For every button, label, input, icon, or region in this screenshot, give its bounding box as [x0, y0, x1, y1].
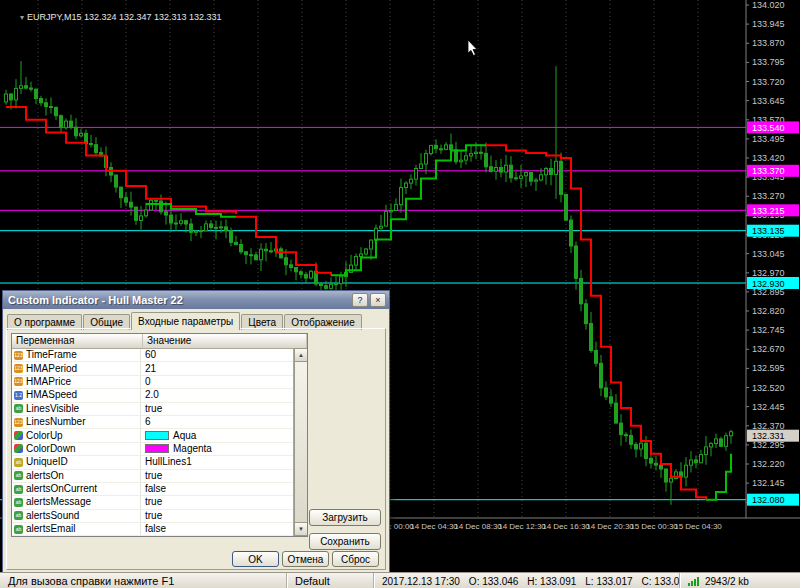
- param-value: false: [145, 483, 166, 495]
- mouse-cursor: [468, 40, 477, 56]
- param-row-linesvisible[interactable]: abLinesVisibletrue: [12, 403, 307, 416]
- dialog-title: Custom Indicator - Hull Master 22: [3, 294, 352, 306]
- param-row-alertsemail[interactable]: abalertsEmailfalse: [12, 523, 307, 536]
- load-button[interactable]: Загрузить: [309, 509, 381, 526]
- svg-text:132.670: 132.670: [752, 344, 785, 354]
- param-value: true: [145, 470, 162, 482]
- param-value: Magenta: [173, 443, 212, 455]
- param-row-linesnumber[interactable]: 123LinesNumber6: [12, 416, 307, 429]
- save-button[interactable]: Сохранить: [309, 533, 381, 550]
- svg-text:132.445: 132.445: [752, 402, 785, 412]
- svg-text:132.220: 132.220: [752, 459, 785, 469]
- svg-text:132.595: 132.595: [752, 363, 785, 373]
- int-param-icon: 123: [14, 377, 23, 386]
- param-name: alertsSound: [26, 510, 79, 522]
- int-param-icon: 123: [14, 418, 23, 427]
- bool-param-icon: ab: [14, 471, 23, 480]
- svg-text:133.945: 133.945: [752, 19, 785, 29]
- param-value: false: [145, 523, 166, 535]
- column-header-variable[interactable]: Переменная: [12, 334, 143, 348]
- svg-text:133.645: 133.645: [752, 96, 785, 106]
- scrollbar-thumb[interactable]: [294, 361, 308, 523]
- svg-text:133.795: 133.795: [752, 57, 785, 67]
- bool-param-icon: ab: [14, 404, 23, 413]
- param-row-hmaperiod[interactable]: 123HMAPeriod21: [12, 362, 307, 375]
- param-row-uniqueid[interactable]: abUniqueIDHullLines1: [12, 456, 307, 469]
- param-row-hmaprice[interactable]: 123HMAPrice0: [12, 376, 307, 389]
- svg-text:132.370: 132.370: [752, 421, 785, 431]
- ok-button[interactable]: OK: [232, 551, 279, 567]
- int-param-icon: 123: [14, 351, 23, 360]
- param-row-alertsoncurrent[interactable]: abalertsOnCurrentfalse: [12, 483, 307, 496]
- quote-time: 2017.12.13 17:30: [382, 576, 460, 587]
- param-row-colorup[interactable]: ColorUpAqua: [12, 429, 307, 442]
- svg-text:133.370: 133.370: [752, 166, 785, 176]
- param-name: UniqueID: [26, 456, 68, 468]
- param-row-shift[interactable]: 123Shift0: [12, 536, 307, 537]
- param-row-hmaspeed[interactable]: 1.2HMASpeed2.0: [12, 389, 307, 402]
- svg-text:133.045: 133.045: [752, 249, 785, 259]
- svg-text:132.080: 132.080: [752, 495, 785, 505]
- symbol-dropdown-icon: ▾: [20, 13, 24, 22]
- chart-symbol-overlay: ▾EURJPY,M15 132.324 132.347 132.313 132.…: [5, 2, 222, 32]
- svg-text:15 Dec 04:30: 15 Dec 04:30: [674, 522, 722, 531]
- quote-low: L: 133.017: [585, 576, 632, 587]
- param-name: ColorDown: [26, 443, 75, 455]
- param-row-alertssound[interactable]: abalertsSoundtrue: [12, 510, 307, 523]
- column-header-value[interactable]: Значение: [143, 334, 307, 348]
- svg-text:132.745: 132.745: [752, 325, 785, 335]
- svg-text:134.020: 134.020: [752, 0, 785, 10]
- bool-param-icon: ab: [14, 511, 23, 520]
- svg-text:132.970: 132.970: [752, 268, 785, 278]
- scroll-down-icon[interactable]: ▼: [294, 522, 308, 536]
- param-name: alertsMessage: [26, 496, 91, 508]
- status-connection: 2943/2 kb: [680, 573, 800, 588]
- param-value: true: [145, 510, 162, 522]
- tab-visualization[interactable]: Отображение: [284, 314, 362, 330]
- param-name: LinesVisible: [26, 403, 79, 415]
- table-scrollbar[interactable]: ▲ ▼: [293, 348, 307, 536]
- status-bar: Для вызова справки нажмите F1 Default 20…: [0, 572, 800, 588]
- param-name: LinesNumber: [26, 416, 85, 428]
- status-profile[interactable]: Default: [287, 573, 374, 588]
- svg-text:14 Dec 08:30: 14 Dec 08:30: [454, 522, 502, 531]
- color-swatch: [145, 444, 169, 453]
- svg-text:133.495: 133.495: [752, 134, 785, 144]
- param-value: 6: [145, 416, 151, 428]
- mt4-chart-window: 14 Dec 00:0014 Dec 04:3014 Dec 08:3014 D…: [0, 0, 800, 588]
- svg-text:132.520: 132.520: [752, 383, 785, 393]
- svg-text:133.270: 133.270: [752, 191, 785, 201]
- string-param-icon: ab: [14, 458, 23, 467]
- tab-about[interactable]: О программе: [7, 314, 82, 330]
- param-row-timeframe[interactable]: 123TimeFrame60: [12, 349, 307, 362]
- color-param-icon: [14, 431, 23, 440]
- close-button[interactable]: ×: [370, 293, 386, 307]
- int-param-icon: 123: [14, 364, 23, 373]
- param-name: HMAPrice: [26, 376, 71, 388]
- param-row-colordown[interactable]: ColorDownMagenta: [12, 443, 307, 456]
- help-button[interactable]: ?: [352, 293, 368, 307]
- svg-text:132.145: 132.145: [752, 478, 785, 488]
- param-name: HMASpeed: [26, 389, 77, 401]
- color-swatch: [145, 431, 169, 440]
- bool-param-icon: ab: [14, 498, 23, 507]
- tab-common[interactable]: Общие: [83, 314, 130, 330]
- svg-text:132.331: 132.331: [752, 431, 785, 441]
- tab-colors[interactable]: Цвета: [241, 314, 283, 330]
- svg-text:14 Dec 12:30: 14 Dec 12:30: [498, 522, 546, 531]
- param-row-alertson[interactable]: abalertsOntrue: [12, 470, 307, 483]
- param-value: HullLines1: [145, 456, 192, 468]
- dialog-titlebar[interactable]: Custom Indicator - Hull Master 22 ? ×: [3, 291, 389, 309]
- dialog-tabs: О программеОбщиеВходные параметрыЦветаОт…: [7, 312, 385, 329]
- svg-text:15 Dec 00:30: 15 Dec 00:30: [630, 522, 678, 531]
- scroll-up-icon[interactable]: ▲: [294, 348, 308, 362]
- cancel-button[interactable]: Отмена: [282, 551, 329, 567]
- status-quote: 2017.12.13 17:30 O: 133.046 H: 133.091 L…: [374, 573, 680, 588]
- svg-text:133.870: 133.870: [752, 38, 785, 48]
- tab-inputs[interactable]: Входные параметры: [131, 312, 240, 330]
- param-name: alertsOnCurrent: [26, 483, 97, 495]
- svg-text:133.135: 133.135: [752, 226, 785, 236]
- param-row-alertsmessage[interactable]: abalertsMessagetrue: [12, 496, 307, 509]
- reset-button[interactable]: Сброс: [332, 551, 379, 567]
- param-value: 0: [145, 376, 151, 388]
